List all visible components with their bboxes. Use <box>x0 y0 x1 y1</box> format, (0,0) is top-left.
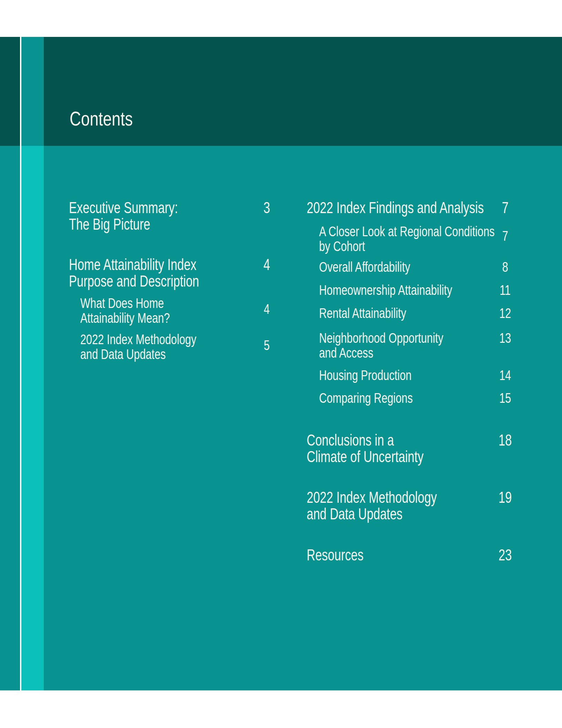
toc-page-number: 5 <box>256 338 277 353</box>
toc-page-number: 8 <box>495 260 515 275</box>
toc-page-number: 4 <box>256 302 277 317</box>
toc-page-number: 11 <box>495 283 515 298</box>
toc-page-number: 13 <box>495 331 515 346</box>
toc-page-number: 4 <box>256 256 277 273</box>
toc-entry-2022-index-methodology-right[interactable]: 2022 Index Methodologyand Data Updates <box>307 489 480 522</box>
header-band-left-segment <box>0 37 20 146</box>
toc-page-number: 14 <box>495 368 515 383</box>
toc-page-number: 7 <box>495 199 515 216</box>
toc-page-number: 18 <box>495 432 515 448</box>
page-title: Contents <box>70 109 150 129</box>
toc-entry-resources[interactable]: Resources <box>307 547 382 563</box>
toc-entry-conclusions-climate-uncertainty[interactable]: Conclusions in aClimate of Uncertainty <box>307 432 463 465</box>
toc-entry-homeownership-attainability[interactable]: Homeownership Attainability <box>319 283 497 298</box>
toc-page-number: 3 <box>256 199 277 216</box>
toc-entry-what-does-home-attainability-mean[interactable]: What Does HomeAttainability Mean? <box>80 296 200 326</box>
toc-entry-2022-index-methodology-left[interactable]: 2022 Index Methodologyand Data Updates <box>80 332 235 362</box>
toc-page-number: 19 <box>495 489 515 506</box>
toc-page-number: 12 <box>495 306 515 321</box>
toc-page-number: 15 <box>495 391 515 406</box>
toc-page-number: 7 <box>495 229 515 243</box>
toc-page-number: 23 <box>495 547 515 563</box>
toc-entry-housing-production[interactable]: Housing Production <box>319 368 442 383</box>
toc-entry-executive-summary[interactable]: Executive Summary:The Big Picture <box>69 199 214 232</box>
toc-entry-home-attainability-index[interactable]: Home Attainability IndexPurpose and Desc… <box>69 256 243 289</box>
toc-entry-overall-affordability[interactable]: Overall Affordability <box>319 260 440 275</box>
toc-entry-comparing-regions[interactable]: Comparing Regions <box>319 391 444 406</box>
toc-entry-neighborhood-opportunity-access[interactable]: Neighborhood Opportunityand Access <box>319 331 485 360</box>
toc-entry-rental-attainability[interactable]: Rental Attainability <box>319 306 435 321</box>
left-accent-stripe <box>21 146 44 690</box>
toc-entry-closer-look-regional-conditions[interactable]: A Closer Look at Regional Conditionsby C… <box>319 224 553 254</box>
